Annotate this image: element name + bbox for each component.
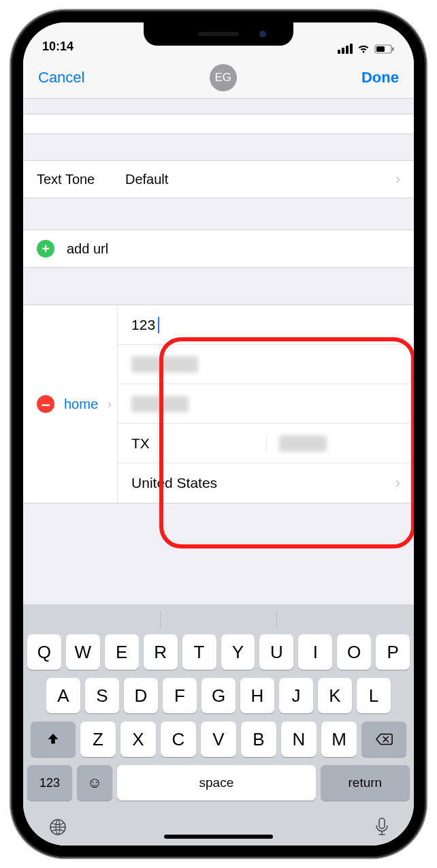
done-button[interactable]: Done (361, 69, 399, 87)
predictive-bar (27, 611, 410, 632)
key-t[interactable]: T (182, 634, 216, 670)
return-key[interactable]: return (321, 765, 410, 801)
address-fields: 123 XXXXXXX XXXXXX TX (118, 305, 414, 503)
add-url-label: add url (67, 241, 108, 257)
text-cursor (158, 317, 159, 333)
status-right (338, 44, 395, 54)
nav-bar: Cancel EG Done (23, 57, 414, 99)
wifi-icon (357, 44, 370, 54)
zip-redacted: XXXXX (279, 435, 327, 452)
backspace-key[interactable] (361, 722, 406, 757)
svg-rect-2 (392, 47, 394, 50)
country-field[interactable]: United States › (118, 463, 414, 503)
key-l[interactable]: L (357, 678, 391, 713)
key-d[interactable]: D (124, 678, 158, 713)
chevron-right-icon: › (395, 170, 400, 188)
key-f[interactable]: F (163, 678, 197, 713)
emoji-key[interactable]: ☺ (77, 765, 112, 801)
key-w[interactable]: W (66, 634, 100, 670)
key-s[interactable]: S (85, 678, 119, 713)
key-v[interactable]: V (201, 722, 236, 757)
key-m[interactable]: M (321, 722, 357, 757)
key-n[interactable]: N (281, 722, 317, 757)
key-g[interactable]: G (201, 678, 236, 713)
key-b[interactable]: B (241, 722, 276, 757)
key-e[interactable]: E (105, 634, 139, 670)
minus-icon[interactable]: – (37, 395, 54, 413)
key-c[interactable]: C (161, 722, 196, 757)
key-i[interactable]: I (298, 634, 332, 670)
street2-redacted: XXXXXXX (131, 356, 198, 373)
key-r[interactable]: R (144, 634, 178, 670)
notch (144, 22, 293, 46)
globe-icon[interactable] (48, 817, 68, 837)
street1-value: 123 (131, 317, 155, 333)
address-type-button[interactable]: – home › (23, 305, 118, 503)
home-indicator[interactable] (164, 835, 273, 839)
street2-field[interactable]: XXXXXXX (118, 345, 414, 384)
country-value: United States (131, 475, 395, 491)
avatar[interactable]: EG (210, 64, 237, 91)
partial-row[interactable] (23, 114, 414, 134)
key-row-1: Q W E R T Y U I O P (27, 634, 410, 670)
key-row-3: Z X C V B N M (27, 722, 410, 757)
space-key[interactable]: space (117, 765, 316, 801)
key-j[interactable]: J (279, 678, 313, 713)
chevron-right-icon: › (108, 397, 112, 412)
device-frame: 10:14 Cancel EG Done (11, 10, 426, 858)
content: Text Tone Default › + add url – home › (23, 99, 414, 604)
mic-icon[interactable] (374, 817, 389, 837)
keyboard: Q W E R T Y U I O P A S D F G H J K L (23, 604, 414, 846)
svg-rect-4 (379, 818, 385, 828)
cancel-button[interactable]: Cancel (38, 69, 84, 87)
avatar-initials: EG (214, 71, 231, 84)
key-row-2: A S D F G H J K L (27, 678, 410, 713)
city-field[interactable]: XXXXXX (118, 384, 414, 424)
status-time: 10:14 (42, 40, 74, 54)
key-q[interactable]: Q (27, 634, 61, 670)
svg-rect-1 (376, 46, 385, 52)
key-z[interactable]: Z (80, 722, 116, 757)
shift-key[interactable] (31, 722, 76, 757)
city-redacted: XXXXXX (131, 396, 189, 412)
plus-icon: + (37, 240, 54, 258)
chevron-right-icon: › (395, 474, 400, 492)
text-tone-label: Text Tone (37, 172, 125, 187)
state-value: TX (131, 435, 150, 452)
state-zip-field[interactable]: TX XXXXX (118, 424, 414, 463)
key-h[interactable]: H (240, 678, 274, 713)
battery-icon (374, 44, 395, 54)
key-u[interactable]: U (259, 634, 293, 670)
add-url-row[interactable]: + add url (23, 230, 414, 268)
key-o[interactable]: O (337, 634, 371, 670)
key-p[interactable]: P (376, 634, 410, 670)
numbers-key[interactable]: 123 (27, 765, 72, 801)
key-row-4: 123 ☺ space return (27, 765, 410, 801)
key-y[interactable]: Y (221, 634, 255, 670)
screen: 10:14 Cancel EG Done (23, 22, 414, 846)
address-block: – home › 123 XXXXXXX XXXXXX (23, 305, 414, 503)
address-type-label: home (64, 397, 98, 412)
key-x[interactable]: X (120, 722, 156, 757)
key-a[interactable]: A (46, 678, 80, 713)
text-tone-row[interactable]: Text Tone Default › (23, 160, 414, 198)
street1-field[interactable]: 123 (118, 305, 414, 345)
text-tone-value: Default (125, 172, 395, 187)
signal-icon (338, 44, 353, 54)
key-k[interactable]: K (318, 678, 352, 713)
